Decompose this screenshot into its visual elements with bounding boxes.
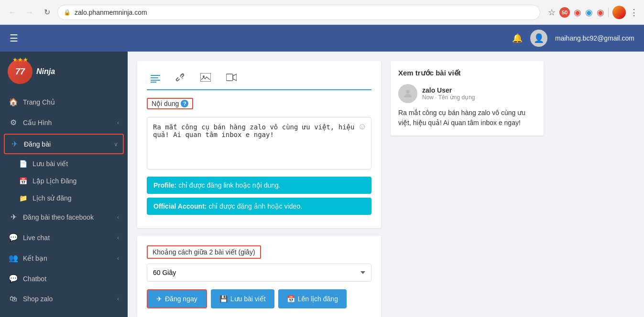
preview-title: Xem trước bài viết [398,69,536,77]
app-wrapper: ☰ 🔔 👤 maihang.bc92@gmail.com 77 ★★★ Ninj… [0,25,644,317]
toolbar-link-btn[interactable] [172,71,189,86]
info-profile-label: Profile: [153,181,176,189]
sidebar-item-shop-zalo[interactable]: 🛍 Shop zalo ‹ [0,289,128,309]
svg-rect-1 [151,77,158,78]
ext-icon-4: ◉ [597,7,604,18]
back-button[interactable]: ← [6,6,19,19]
svg-rect-6 [226,74,233,81]
preview-card: Xem trước bài viết zalo User Now · Tên ứ… [391,61,544,136]
spacing-select[interactable]: 60 Giây 120 Giây 180 Giây 300 Giây [147,264,371,282]
cau-hinh-arrow: ‹ [117,119,119,126]
sidebar-label-ket-ban: Kết bạn [23,254,112,262]
ext-icon-2: ◉ [574,7,581,18]
bell-icon[interactable]: 🔔 [512,33,523,43]
sidebar-item-ket-ban[interactable]: 👥 Kết bạn ‹ [0,248,128,268]
noi-dung-text: Nội dung [152,100,179,107]
save-post-button[interactable]: 💾 Lưu bài viết [211,289,274,308]
top-header: ☰ 🔔 👤 maihang.bc92@gmail.com [0,25,644,52]
browser-profile-avatar[interactable] [612,6,626,19]
sidebar-item-chatbot[interactable]: 💬 Chatbot [0,268,128,289]
dang-bai-arrow: ∨ [114,141,118,148]
schedule-button[interactable]: 📅 Lên lịch đăng [278,289,347,308]
shop-icon: 🛍 [9,295,18,303]
sidebar-item-live-chat[interactable]: 💬 Live chat ‹ [0,227,128,248]
sidebar-item-lap-lich-dang[interactable]: 📅 Lập Lịch Đăng [0,172,128,190]
sidebar-item-cau-hinh[interactable]: ⚙ Cấu Hình ‹ [0,112,128,133]
content-textarea[interactable]: Ra mắt công cụ bán hàng zalo vô cùng ưu … [147,117,371,169]
left-panel: Nội dung? Ra mắt công cụ bán hàng zalo v… [137,61,381,307]
sidebar-item-luu-bai-viet[interactable]: 📄 Lưu bài viết [0,155,128,172]
preview-user-row: zalo User Now · Tên ứng dụng [398,84,536,103]
chat-icon: 💬 [9,233,18,242]
sidebar-item-trang-chu[interactable]: 🏠 Trang Chủ [0,92,128,112]
forward-button[interactable]: → [23,6,36,19]
sidebar-label-lap-lich-dang: Lập Lịch Đăng [33,177,119,185]
ext-icon-1: 50 [559,7,570,18]
sidebar-label-dang-bai-facebook: Đăng bài theo facebook [23,213,112,221]
doc-icon: 📄 [18,160,28,168]
send-icon: ✈ [10,139,19,148]
bookmark-icon[interactable]: ☆ [548,7,556,18]
sidebar-label-lich-su-dang: Lịch sử đăng [33,194,119,202]
info-official-box: Official Account: chỉ được đăng ảnh hoặc… [147,198,371,215]
logo-icon-wrapper: 77 ★★★ [8,59,33,84]
logo-stars: ★★★ [12,56,28,63]
history-icon: 📁 [18,194,28,202]
hamburger-icon[interactable]: ☰ [10,32,18,44]
ext-icon-3: ◉ [585,7,593,18]
post-now-label: Đăng ngay [165,295,197,303]
save-post-label: Lưu bài viết [230,295,266,303]
fb-arrow: ‹ [117,214,119,221]
info-official-text: chỉ được đăng ảnh hoặc video. [208,202,302,210]
sidebar-item-lich-su-dang[interactable]: 📁 Lịch sử đăng [0,190,128,207]
sidebar-label-cau-hinh: Cấu Hình [23,119,112,127]
info-official-label: Official Account: [153,202,207,210]
preview-user-sub: Now · Tên ứng dụng [422,94,475,101]
svg-rect-0 [151,75,160,76]
home-icon: 🏠 [9,97,18,106]
post-now-button[interactable]: ✈ Đăng ngay [147,289,207,308]
svg-rect-2 [151,80,160,81]
editor-card: Nội dung? Ra mắt công cụ bán hàng zalo v… [137,61,381,228]
browser-chrome: ← → ↻ 🔒 zalo.phanmemninja.com ☆ 50 ◉ ◉ ◉… [0,0,644,25]
sidebar-label-dang-bai: Đăng bài [24,140,109,148]
content-area: Nội dung? Ra mắt công cụ bán hàng zalo v… [128,52,644,317]
save-btn-icon: 💾 [219,295,228,303]
svg-rect-4 [200,73,211,82]
toolbar-text-btn[interactable] [147,71,164,90]
schedule-btn-icon: 📅 [287,295,295,303]
friends-icon: 👥 [9,254,18,263]
info-profile-box: Profile: chỉ được đăng link hoặc nội dun… [147,177,371,194]
user-avatar: 👤 [530,30,547,47]
logo-number: 77 [15,67,25,77]
refresh-button[interactable]: ↻ [40,6,54,19]
toolbar-video-btn[interactable] [222,71,240,86]
schedule-label: Lên lịch đăng [298,295,338,303]
help-icon[interactable]: ? [181,100,188,107]
gear-icon: ⚙ [9,118,18,127]
chatbot-icon: 💬 [9,274,18,283]
toolbar-image-btn[interactable] [196,71,215,86]
svg-rect-3 [151,82,156,83]
spacing-label: Khoảng cách giữa 2 bài viết (giây) [147,245,261,259]
ket-ban-arrow: ‹ [117,255,119,262]
spacing-card: Khoảng cách giữa 2 bài viết (giây) 60 Gi… [137,236,381,317]
address-bar[interactable]: 🔒 zalo.phanmemninja.com [57,5,540,20]
top-header-right: 🔔 👤 maihang.bc92@gmail.com [512,30,634,47]
more-options-icon[interactable]: ⋮ [630,7,638,18]
preview-user-name: zalo User [422,86,475,94]
preview-avatar [398,84,417,103]
action-buttons: ✈ Đăng ngay 💾 Lưu bài viết 📅 Lên lịch đă… [147,289,371,308]
send-btn-icon: ✈ [156,295,162,303]
emoji-button[interactable]: ☺ [358,122,367,132]
preview-content: Ra mắt công cụ bán hàng zalo vô cùng ưu … [398,108,536,128]
noi-dung-label: Nội dung? [147,98,193,109]
sidebar-item-dang-bai[interactable]: ✈ Đăng bài ∨ [4,134,124,154]
send-fb-icon: ✈ [9,212,18,222]
sidebar-logo: 77 ★★★ Ninja [0,52,128,92]
main-body: 77 ★★★ Ninja 🏠 Trang Chủ ⚙ Cấu Hình ‹ ✈ [0,52,644,317]
right-panel: Xem trước bài viết zalo User Now · Tên ứ… [391,61,544,307]
url-text: zalo.phanmemninja.com [75,9,534,16]
sidebar: 77 ★★★ Ninja 🏠 Trang Chủ ⚙ Cấu Hình ‹ ✈ [0,52,128,317]
sidebar-item-dang-bai-facebook[interactable]: ✈ Đăng bài theo facebook ‹ [0,207,128,227]
